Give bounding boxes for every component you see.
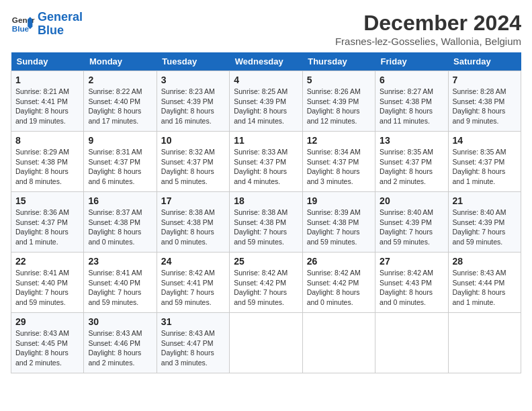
day-number: 17 xyxy=(161,195,225,206)
day-info: Sunrise: 8:25 AM Sunset: 4:39 PM Dayligh… xyxy=(234,87,298,126)
calendar-table: SundayMondayTuesdayWednesdayThursdayFrid… xyxy=(11,52,521,373)
day-number: 6 xyxy=(380,75,443,85)
month-title: December 2024 xyxy=(335,11,521,36)
calendar-header-row: SundayMondayTuesdayWednesdayThursdayFrid… xyxy=(11,52,521,71)
day-number: 3 xyxy=(161,75,225,85)
calendar-cell: 2 Sunrise: 8:22 AM Sunset: 4:40 PM Dayli… xyxy=(84,71,157,132)
calendar-cell: 22 Sunrise: 8:41 AM Sunset: 4:40 PM Dayl… xyxy=(11,253,84,313)
calendar-week-5: 29 Sunrise: 8:43 AM Sunset: 4:45 PM Dayl… xyxy=(11,313,521,373)
day-info: Sunrise: 8:34 AM Sunset: 4:37 PM Dayligh… xyxy=(307,147,371,187)
calendar-cell xyxy=(230,313,302,373)
day-number: 7 xyxy=(453,75,517,85)
day-number: 20 xyxy=(380,195,443,206)
location: Frasnes-lez-Gosselies, Wallonia, Belgium xyxy=(335,36,521,47)
day-number: 16 xyxy=(88,195,152,206)
calendar-week-3: 15 Sunrise: 8:36 AM Sunset: 4:37 PM Dayl… xyxy=(11,192,521,253)
day-number: 9 xyxy=(88,135,152,146)
calendar-body: 1 Sunrise: 8:21 AM Sunset: 4:41 PM Dayli… xyxy=(11,71,521,373)
day-number: 14 xyxy=(453,135,517,146)
day-info: Sunrise: 8:43 AM Sunset: 4:44 PM Dayligh… xyxy=(453,268,517,308)
calendar-cell: 24 Sunrise: 8:42 AM Sunset: 4:41 PM Dayl… xyxy=(157,253,229,313)
calendar-week-2: 8 Sunrise: 8:29 AM Sunset: 4:38 PM Dayli… xyxy=(11,132,521,192)
day-info: Sunrise: 8:43 AM Sunset: 4:46 PM Dayligh… xyxy=(88,328,152,368)
calendar-cell: 19 Sunrise: 8:39 AM Sunset: 4:38 PM Dayl… xyxy=(302,192,375,253)
day-info: Sunrise: 8:41 AM Sunset: 4:40 PM Dayligh… xyxy=(88,268,152,308)
day-info: Sunrise: 8:40 AM Sunset: 4:39 PM Dayligh… xyxy=(380,208,443,247)
day-number: 10 xyxy=(161,135,225,146)
day-number: 30 xyxy=(88,316,152,327)
calendar-week-1: 1 Sunrise: 8:21 AM Sunset: 4:41 PM Dayli… xyxy=(11,71,521,132)
day-info: Sunrise: 8:42 AM Sunset: 4:42 PM Dayligh… xyxy=(307,268,371,308)
calendar-cell: 6 Sunrise: 8:27 AM Sunset: 4:38 PM Dayli… xyxy=(375,71,448,132)
day-number: 2 xyxy=(88,75,152,85)
col-header-tuesday: Tuesday xyxy=(157,52,229,71)
day-info: Sunrise: 8:41 AM Sunset: 4:40 PM Dayligh… xyxy=(15,268,79,308)
calendar-cell: 23 Sunrise: 8:41 AM Sunset: 4:40 PM Dayl… xyxy=(84,253,157,313)
calendar-cell: 25 Sunrise: 8:42 AM Sunset: 4:42 PM Dayl… xyxy=(230,253,302,313)
col-header-friday: Friday xyxy=(375,52,448,71)
day-number: 23 xyxy=(88,256,152,267)
day-info: Sunrise: 8:38 AM Sunset: 4:38 PM Dayligh… xyxy=(234,208,298,247)
calendar-cell: 9 Sunrise: 8:31 AM Sunset: 4:37 PM Dayli… xyxy=(84,132,157,192)
day-info: Sunrise: 8:42 AM Sunset: 4:43 PM Dayligh… xyxy=(380,268,443,308)
calendar-cell: 29 Sunrise: 8:43 AM Sunset: 4:45 PM Dayl… xyxy=(11,313,84,373)
day-number: 29 xyxy=(15,316,79,327)
calendar-cell: 10 Sunrise: 8:32 AM Sunset: 4:37 PM Dayl… xyxy=(157,132,229,192)
day-info: Sunrise: 8:39 AM Sunset: 4:38 PM Dayligh… xyxy=(307,208,371,247)
day-info: Sunrise: 8:26 AM Sunset: 4:39 PM Dayligh… xyxy=(307,87,371,126)
logo-icon: General Blue xyxy=(11,12,35,36)
day-info: Sunrise: 8:22 AM Sunset: 4:40 PM Dayligh… xyxy=(88,87,152,126)
calendar-week-4: 22 Sunrise: 8:41 AM Sunset: 4:40 PM Dayl… xyxy=(11,253,521,313)
logo: General Blue General Blue xyxy=(11,11,83,38)
day-number: 22 xyxy=(15,256,79,267)
day-info: Sunrise: 8:31 AM Sunset: 4:37 PM Dayligh… xyxy=(88,147,152,187)
day-info: Sunrise: 8:42 AM Sunset: 4:42 PM Dayligh… xyxy=(234,268,298,308)
day-info: Sunrise: 8:29 AM Sunset: 4:38 PM Dayligh… xyxy=(15,147,79,187)
day-number: 26 xyxy=(307,256,371,267)
day-number: 8 xyxy=(15,135,79,146)
day-number: 19 xyxy=(307,195,371,206)
day-number: 11 xyxy=(234,135,298,146)
calendar-cell: 11 Sunrise: 8:33 AM Sunset: 4:37 PM Dayl… xyxy=(230,132,302,192)
day-number: 31 xyxy=(161,316,225,327)
calendar-cell: 15 Sunrise: 8:36 AM Sunset: 4:37 PM Dayl… xyxy=(11,192,84,253)
page-header: General Blue General Blue December 2024 … xyxy=(11,11,521,47)
day-info: Sunrise: 8:23 AM Sunset: 4:39 PM Dayligh… xyxy=(161,87,225,126)
day-number: 1 xyxy=(15,75,79,85)
day-info: Sunrise: 8:27 AM Sunset: 4:38 PM Dayligh… xyxy=(380,87,443,126)
calendar-cell: 8 Sunrise: 8:29 AM Sunset: 4:38 PM Dayli… xyxy=(11,132,84,192)
calendar-cell xyxy=(302,313,375,373)
day-info: Sunrise: 8:43 AM Sunset: 4:45 PM Dayligh… xyxy=(15,328,79,368)
day-number: 13 xyxy=(380,135,443,146)
day-info: Sunrise: 8:38 AM Sunset: 4:38 PM Dayligh… xyxy=(161,208,225,247)
calendar-cell: 26 Sunrise: 8:42 AM Sunset: 4:42 PM Dayl… xyxy=(302,253,375,313)
day-info: Sunrise: 8:43 AM Sunset: 4:47 PM Dayligh… xyxy=(161,328,225,368)
day-info: Sunrise: 8:35 AM Sunset: 4:37 PM Dayligh… xyxy=(380,147,443,187)
logo-text-line2: Blue xyxy=(38,24,83,38)
day-number: 25 xyxy=(234,256,298,267)
day-number: 21 xyxy=(453,195,517,206)
calendar-cell: 4 Sunrise: 8:25 AM Sunset: 4:39 PM Dayli… xyxy=(230,71,302,132)
day-info: Sunrise: 8:21 AM Sunset: 4:41 PM Dayligh… xyxy=(15,87,79,126)
day-number: 24 xyxy=(161,256,225,267)
col-header-thursday: Thursday xyxy=(302,52,375,71)
logo-text-line1: General xyxy=(38,11,83,24)
calendar-cell: 27 Sunrise: 8:42 AM Sunset: 4:43 PM Dayl… xyxy=(375,253,448,313)
calendar-cell: 5 Sunrise: 8:26 AM Sunset: 4:39 PM Dayli… xyxy=(302,71,375,132)
day-number: 4 xyxy=(234,75,298,85)
day-info: Sunrise: 8:40 AM Sunset: 4:39 PM Dayligh… xyxy=(453,208,517,247)
calendar-cell: 28 Sunrise: 8:43 AM Sunset: 4:44 PM Dayl… xyxy=(448,253,521,313)
calendar-cell: 18 Sunrise: 8:38 AM Sunset: 4:38 PM Dayl… xyxy=(230,192,302,253)
day-info: Sunrise: 8:36 AM Sunset: 4:37 PM Dayligh… xyxy=(15,208,79,247)
calendar-cell: 3 Sunrise: 8:23 AM Sunset: 4:39 PM Dayli… xyxy=(157,71,229,132)
day-info: Sunrise: 8:35 AM Sunset: 4:37 PM Dayligh… xyxy=(453,147,517,187)
calendar-cell: 16 Sunrise: 8:37 AM Sunset: 4:38 PM Dayl… xyxy=(84,192,157,253)
calendar-cell: 30 Sunrise: 8:43 AM Sunset: 4:46 PM Dayl… xyxy=(84,313,157,373)
title-block: December 2024 Frasnes-lez-Gosselies, Wal… xyxy=(335,11,521,47)
calendar-cell: 13 Sunrise: 8:35 AM Sunset: 4:37 PM Dayl… xyxy=(375,132,448,192)
day-number: 5 xyxy=(307,75,371,85)
calendar-cell: 14 Sunrise: 8:35 AM Sunset: 4:37 PM Dayl… xyxy=(448,132,521,192)
day-info: Sunrise: 8:28 AM Sunset: 4:38 PM Dayligh… xyxy=(453,87,517,126)
calendar-cell: 7 Sunrise: 8:28 AM Sunset: 4:38 PM Dayli… xyxy=(448,71,521,132)
calendar-cell: 12 Sunrise: 8:34 AM Sunset: 4:37 PM Dayl… xyxy=(302,132,375,192)
